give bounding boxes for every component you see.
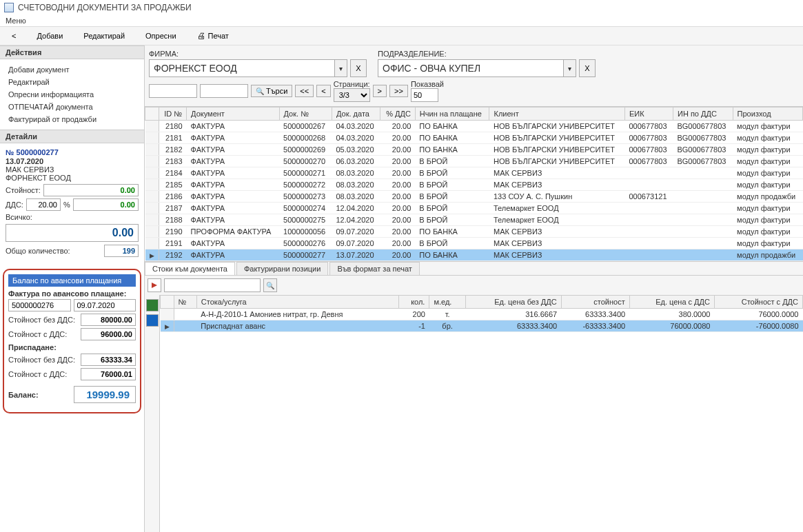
col-header[interactable]: ID № (159, 108, 187, 121)
col-header[interactable]: ИН по ДДС (673, 108, 733, 121)
col-header[interactable]: Ед. цена без ДДС (465, 296, 561, 309)
table-row[interactable]: А-Н-Д-2010-1 Амониев нитрат, гр. Девня20… (161, 309, 803, 320)
table-row[interactable]: 2184ФАКТУРА500000027108.03.202020.00В БР… (145, 167, 803, 179)
adv-val-vat[interactable] (81, 328, 136, 340)
balance-label: Баланс: (8, 391, 39, 399)
show-label: Показвай (411, 80, 444, 88)
col-header[interactable]: % ДДС (380, 108, 416, 121)
col-header[interactable]: Док. дата (332, 108, 380, 121)
tab-invoiced-positions[interactable]: Фактурирани позиции (236, 262, 328, 275)
action-invoice-from-sales[interactable]: Фактурирай от продажби (0, 113, 144, 125)
pages-select[interactable]: 3/3 (334, 88, 370, 102)
action-add-document[interactable]: Добави документ (0, 63, 144, 76)
qty-input[interactable] (104, 245, 139, 257)
action-list: Добави документ Редактирай Опресни инфор… (0, 59, 144, 130)
tab-goods[interactable]: Стоки към документа (145, 262, 235, 275)
menubar[interactable]: Меню (0, 15, 803, 26)
vat-amount-input[interactable] (73, 198, 139, 211)
deduct-label: Приспадане: (8, 343, 136, 351)
goods-grid[interactable]: №Стока/услугакол.м.ед.Ед. цена без ДДСст… (160, 295, 803, 532)
filter-bar: ФИРМА: ФОРНЕКСТ ЕООД X ПОДРАЗДЕЛЕНИЕ: (145, 45, 803, 107)
pages-label: Страници: (334, 80, 370, 88)
table-row[interactable]: 2192ФАКТУРА500000027713.07.202020.00ПО Б… (145, 249, 803, 261)
value-input[interactable] (43, 184, 139, 196)
action-print-doc[interactable]: ОТПЕЧАТАЙ документа (0, 101, 144, 113)
table-row[interactable]: 2181ФАКТУРА500000026804.03.202020.00ПО Б… (145, 132, 803, 144)
table-row[interactable]: 2187ФАКТУРА500000027412.04.202020.00В БР… (145, 203, 803, 214)
search-input-1[interactable] (149, 84, 197, 98)
next-page-button[interactable]: > (373, 85, 387, 97)
col-header[interactable]: Нчин на плащане (415, 108, 489, 121)
col-header[interactable]: Документ (187, 108, 279, 121)
action-edit[interactable]: Редактирай (0, 76, 144, 88)
table-row[interactable]: 2191ФАКТУРА500000027609.07.202020.00В БР… (145, 238, 803, 249)
tab-print-format[interactable]: Във формат за печат (329, 262, 420, 275)
search-input-2[interactable] (200, 84, 248, 98)
chevron-down-icon[interactable] (564, 59, 576, 77)
table-row[interactable]: 2190ПРОФОРМА ФАКТУРА100000005609.07.2020… (145, 226, 803, 238)
table-row[interactable]: 2183ФАКТУРА500000027006.03.202020.00В БР… (145, 156, 803, 167)
advance-invoice-date[interactable] (74, 299, 136, 311)
ded-vat[interactable] (81, 368, 136, 380)
ded-novat[interactable] (81, 354, 136, 366)
first-page-button[interactable]: << (295, 85, 314, 97)
doc-number: № 5000000277 (6, 147, 139, 157)
adv-val-vat-label: Стойност с ДДС: (8, 330, 67, 338)
toolbar: < Добави Редактирай Опресни Печат (0, 26, 803, 45)
edit-button[interactable]: Редактирай (73, 28, 135, 43)
prev-page-button[interactable]: < (316, 85, 330, 97)
add-button[interactable]: Добави (26, 28, 73, 43)
subgrid-toolbar (145, 276, 803, 295)
table-row[interactable]: 2185ФАКТУРА500000027208.03.202020.00В БР… (145, 179, 803, 191)
total-label: Всичко: (6, 213, 139, 221)
table-row[interactable]: 2180ФАКТУРА500000026704.03.202020.00ПО Б… (145, 121, 803, 132)
adv-val-novat-label: Стойност без ДДС: (8, 316, 75, 324)
last-page-button[interactable]: >> (389, 85, 408, 97)
col-header[interactable]: стойност (561, 296, 629, 309)
firm-combo[interactable]: ФОРНЕКСТ ЕООД (149, 59, 347, 77)
print-button[interactable]: Печат (187, 28, 239, 43)
back-button[interactable]: < (1, 28, 26, 43)
col-header[interactable]: м.ед. (429, 296, 465, 309)
col-header[interactable]: Док. № (279, 108, 332, 121)
details-header: Детайли (0, 130, 144, 143)
advance-invoice-no[interactable] (8, 299, 71, 311)
sheet-icon[interactable] (146, 314, 159, 327)
col-header[interactable]: ЕИК (624, 108, 673, 121)
col-header[interactable]: Ед. цена с ДДС (629, 296, 714, 309)
table-row[interactable]: 2186ФАКТУРА500000027308.03.202020.00В БР… (145, 191, 803, 203)
firm-clear-button[interactable]: X (350, 59, 367, 77)
advance-header: Баланс по авансови плащания (8, 274, 136, 287)
col-header[interactable]: Стойност с ДДС (714, 296, 802, 309)
refresh-button[interactable]: Опресни (135, 28, 186, 43)
firm-label: ФИРМА: (149, 50, 367, 58)
subgrid-search-input[interactable] (164, 278, 261, 292)
col-header[interactable]: Клиент (489, 108, 624, 121)
adv-val-novat[interactable] (81, 314, 136, 326)
action-refresh-info[interactable]: Опресни информацията (0, 88, 144, 101)
subgrid-search-button[interactable] (263, 278, 277, 292)
excel-icon[interactable] (146, 299, 159, 311)
table-row[interactable]: 2188ФАКТУРА500000027512.04.202020.00В БР… (145, 214, 803, 226)
col-header[interactable]: № (174, 296, 196, 309)
actions-header: Действия (0, 45, 144, 59)
vat-pct: % (63, 201, 70, 209)
window-title: СЧЕТОВОДНИ ДОКУМЕНТИ ЗА ПРОДАЖБИ (18, 3, 192, 12)
sidebar: Действия Добави документ Редактирай Опре… (0, 45, 145, 532)
dept-clear-button[interactable]: X (579, 59, 596, 77)
dept-combo[interactable]: ОФИС - ОВЧА КУПЕЛ (378, 59, 576, 77)
search-icon (256, 87, 264, 95)
table-row[interactable]: 2182ФАКТУРА500000026905.03.202020.00ПО Б… (145, 144, 803, 156)
search-button[interactable]: Търси (251, 85, 292, 97)
chevron-down-icon[interactable] (335, 59, 347, 77)
details-panel: № 5000000277 13.07.2020 МАК СЕРВИЗ ФОРНЕ… (0, 143, 144, 263)
documents-grid[interactable]: ID №ДокументДок. №Док. дата% ДДСНчин на … (145, 107, 803, 262)
table-row[interactable]: Приспаднат аванс-1бр.63333.3400-63333.34… (161, 320, 803, 332)
export-icon[interactable] (148, 278, 161, 292)
col-header[interactable]: кол. (398, 296, 429, 309)
show-input[interactable] (411, 88, 438, 102)
value-label: Стойност: (6, 186, 41, 194)
vat-rate-input[interactable] (26, 198, 61, 211)
col-header[interactable]: Стока/услуга (196, 296, 398, 309)
col-header[interactable]: Произход (733, 108, 802, 121)
